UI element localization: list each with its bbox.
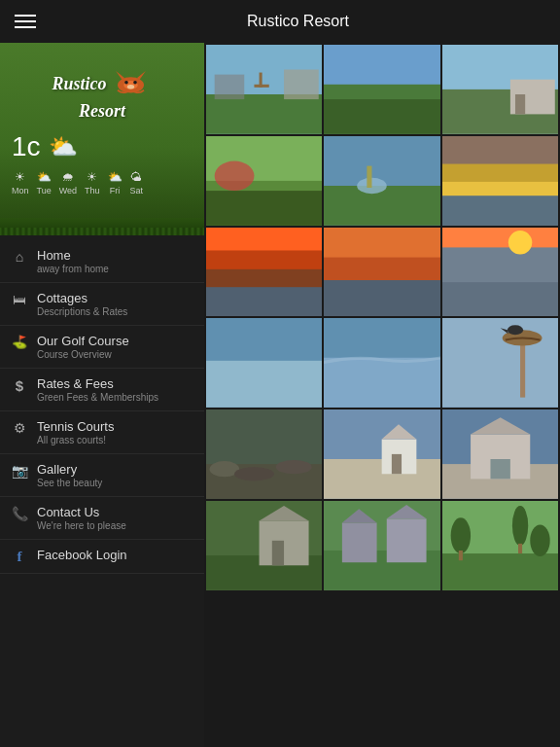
mon-label: Mon xyxy=(12,186,29,196)
golf-title: Our Golf Course xyxy=(37,334,129,348)
gallery-item[interactable] xyxy=(206,228,322,317)
app-title: Rustico Resort xyxy=(51,13,545,30)
wed-icon: 🌧 xyxy=(62,170,74,184)
svg-marker-1 xyxy=(116,71,124,80)
sidebar-item-facebook[interactable]: f Facebook Login xyxy=(0,540,204,574)
logo-row1: Rustico xyxy=(52,67,152,101)
svg-point-86 xyxy=(530,524,549,556)
svg-point-84 xyxy=(450,517,470,553)
svg-point-58 xyxy=(234,467,274,480)
nav-items: ⌂ Home away from home 🛏 Cottages Descrip… xyxy=(0,235,204,579)
thu-label: Thu xyxy=(85,186,100,196)
svg-rect-32 xyxy=(442,196,558,226)
svg-rect-44 xyxy=(442,282,558,317)
svg-rect-42 xyxy=(442,228,558,247)
weather-day-mon: ☀ Mon xyxy=(12,170,29,196)
svg-marker-2 xyxy=(136,71,145,80)
svg-rect-49 xyxy=(324,358,439,408)
weather-day-thu: ☀ Thu xyxy=(85,170,100,196)
svg-rect-46 xyxy=(206,318,322,363)
sidebar-item-cottages[interactable]: 🛏 Cottages Descriptions & Rates xyxy=(0,283,204,326)
gallery-title: Gallery xyxy=(37,462,102,477)
sat-icon: 🌤 xyxy=(130,170,142,184)
gallery-item[interactable] xyxy=(442,45,558,134)
hamburger-button[interactable] xyxy=(15,15,36,28)
home-icon: ⌂ xyxy=(12,249,27,265)
contact-title: Contact Us xyxy=(37,505,126,519)
gallery-item[interactable] xyxy=(442,318,558,408)
gallery-item[interactable] xyxy=(324,136,439,226)
fri-label: Fri xyxy=(110,186,121,196)
svg-rect-36 xyxy=(206,268,322,288)
gallery-item[interactable] xyxy=(324,45,439,134)
logo-text-resort: Resort xyxy=(79,101,125,122)
temp-unit: c xyxy=(27,131,41,161)
svg-rect-64 xyxy=(392,454,402,474)
sidebar-item-tennis[interactable]: ⚙ Tennis Courts All grass courts! xyxy=(0,411,204,454)
gallery-item[interactable] xyxy=(324,228,439,317)
gallery-item[interactable] xyxy=(442,409,558,499)
svg-point-85 xyxy=(512,506,528,546)
gallery-item[interactable] xyxy=(206,501,322,590)
sat-label: Sat xyxy=(130,186,144,196)
svg-rect-31 xyxy=(442,182,558,196)
tennis-icon: ⚙ xyxy=(12,420,27,436)
gallery-area[interactable] xyxy=(204,43,560,747)
top-bar: Rustico Resort xyxy=(0,0,560,43)
svg-rect-10 xyxy=(284,69,319,99)
weather-day-sat: 🌤 Sat xyxy=(130,170,144,196)
temperature-display: 1c ⛅ xyxy=(12,131,192,162)
golf-subtitle: Course Overview xyxy=(37,349,129,360)
svg-rect-35 xyxy=(206,250,322,269)
rates-subtitle: Green Fees & Memberships xyxy=(37,392,158,403)
svg-rect-77 xyxy=(342,522,377,562)
gallery-item[interactable] xyxy=(206,136,322,226)
svg-rect-79 xyxy=(387,518,427,562)
gallery-item[interactable] xyxy=(206,318,322,408)
gallery-subtitle: See the beauty xyxy=(37,478,102,488)
gallery-item[interactable] xyxy=(324,501,439,590)
svg-rect-40 xyxy=(324,280,439,317)
gallery-item[interactable] xyxy=(442,136,558,226)
sidebar-item-contact[interactable]: 📞 Contact Us We're here to please xyxy=(0,497,204,540)
svg-rect-30 xyxy=(442,163,558,183)
contact-subtitle: We're here to please xyxy=(37,520,126,531)
gallery-item[interactable] xyxy=(442,228,558,317)
sidebar-item-home[interactable]: ⌂ Home away from home xyxy=(0,240,204,283)
facebook-title: Facebook Login xyxy=(37,548,127,562)
svg-rect-29 xyxy=(442,136,558,166)
home-subtitle: away from home xyxy=(37,264,109,274)
weather-day-fri: ⛅ Fri xyxy=(108,170,122,196)
cottages-subtitle: Descriptions & Rates xyxy=(37,306,127,317)
gallery-grid xyxy=(204,43,560,592)
svg-rect-9 xyxy=(215,75,245,99)
tennis-subtitle: All grass courts! xyxy=(37,435,114,445)
svg-point-59 xyxy=(276,460,312,474)
svg-point-5 xyxy=(133,81,137,85)
gallery-item[interactable] xyxy=(324,409,439,499)
svg-rect-25 xyxy=(324,186,439,226)
svg-rect-88 xyxy=(518,544,522,553)
gallery-item[interactable] xyxy=(206,45,322,134)
sidebar-item-golf[interactable]: ⛳ Our Golf Course Course Overview xyxy=(0,326,204,369)
sidebar-item-gallery[interactable]: 📷 Gallery See the beauty xyxy=(0,454,204,497)
facebook-icon: f xyxy=(12,549,27,565)
svg-rect-37 xyxy=(206,287,322,317)
fri-icon: ⛅ xyxy=(108,170,122,184)
phone-icon: 📞 xyxy=(12,506,27,521)
svg-rect-15 xyxy=(324,99,439,134)
svg-rect-39 xyxy=(324,257,439,281)
svg-rect-12 xyxy=(260,73,262,88)
gallery-item[interactable] xyxy=(324,318,439,408)
weather-day-wed: 🌧 Wed xyxy=(59,170,77,196)
weather-day-tue: ⛅ Tue xyxy=(37,170,52,196)
gallery-item[interactable] xyxy=(442,501,558,590)
cottages-title: Cottages xyxy=(37,291,127,305)
svg-point-6 xyxy=(126,85,133,89)
gallery-item[interactable] xyxy=(206,409,322,499)
sidebar: Rustico Resort xyxy=(0,43,204,747)
mon-icon: ☀ xyxy=(15,170,25,184)
svg-rect-74 xyxy=(272,541,284,565)
svg-rect-87 xyxy=(458,551,462,560)
sidebar-item-rates[interactable]: $ Rates & Fees Green Fees & Memberships xyxy=(0,369,204,411)
